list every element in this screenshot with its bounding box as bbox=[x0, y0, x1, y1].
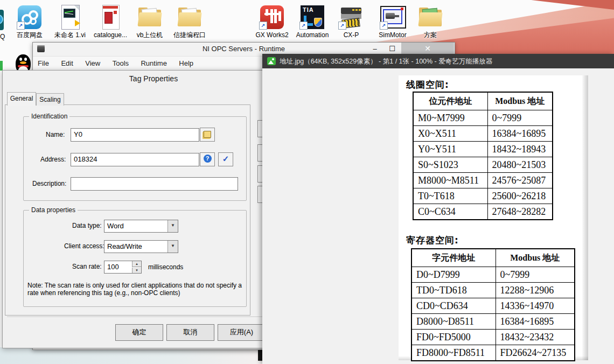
icon-label: 百度网盘 bbox=[17, 32, 43, 39]
description-label: Description: bbox=[32, 180, 66, 187]
table-row: D0~D79990~7999 bbox=[411, 267, 575, 283]
table-row: C0~C63427648~28282 bbox=[413, 204, 553, 220]
tab-general[interactable]: General bbox=[7, 92, 36, 106]
checkmark-icon: ✓ bbox=[222, 154, 229, 163]
data-type-select[interactable]: Word ▼ bbox=[104, 220, 178, 233]
table-row: T0~T61825600~26218 bbox=[413, 188, 553, 204]
viewer-title: 地址.jpg（64KB, 352x529像素） - 第1 / 1张 - 100%… bbox=[280, 57, 492, 66]
menu-edit[interactable]: Edit bbox=[56, 57, 78, 67]
table-row: Y0~Y51118432~18943 bbox=[413, 142, 553, 157]
menu-view[interactable]: View bbox=[80, 57, 105, 67]
partial-icon-glyph bbox=[0, 15, 3, 24]
column-header: Modbus 地址 bbox=[487, 92, 553, 110]
menu-file[interactable]: File bbox=[33, 57, 54, 67]
table-cell: FD8000~FD8511 bbox=[411, 345, 496, 361]
shortcut-arrow-icon: ↗ bbox=[338, 22, 346, 30]
description-input[interactable] bbox=[71, 177, 238, 191]
desktop-icon-labview-vi[interactable]: 未命名 1.vi bbox=[51, 5, 89, 39]
group-label: Identification bbox=[29, 113, 69, 120]
name-label: Name: bbox=[46, 131, 65, 138]
desktop-icon-xinje-folder[interactable]: 信捷编程口 bbox=[170, 5, 209, 39]
table-cell: Y0~Y511 bbox=[413, 142, 487, 157]
column-header: Modbus 地址 bbox=[496, 249, 575, 267]
scan-rate-stepper[interactable]: 100 ▲ ▼ bbox=[104, 261, 142, 274]
desktop-icon-catalogue[interactable]: catalogue... bbox=[91, 5, 130, 39]
desktop-icon-baidu-netdisk[interactable]: ↗ 百度网盘 bbox=[10, 5, 49, 39]
chevron-down-icon[interactable]: ▼ bbox=[168, 241, 178, 253]
address-check-button[interactable]: ✓ bbox=[218, 152, 233, 166]
table-row: FD0~FD500018432~23432 bbox=[411, 330, 575, 345]
folder-green-doc-icon bbox=[417, 5, 443, 30]
table-cell: 24576~25087 bbox=[487, 173, 553, 188]
desktop-icon-vb-folder[interactable]: vb上位机 bbox=[130, 5, 169, 39]
table-cell: D8000~D8511 bbox=[411, 314, 496, 330]
menu-tools[interactable]: Tools bbox=[108, 57, 134, 67]
icon-label: vb上位机 bbox=[137, 32, 163, 39]
table-cell: T0~T618 bbox=[413, 188, 487, 204]
tags-stack-icon bbox=[204, 131, 211, 138]
table-cell: M0~M7999 bbox=[413, 110, 487, 126]
icon-label: CX-P bbox=[344, 32, 359, 39]
shortcut-arrow-icon: ↗ bbox=[17, 22, 25, 30]
column-header: 字元件地址 bbox=[411, 249, 496, 267]
client-access-select[interactable]: Read/Write ▼ bbox=[104, 240, 178, 253]
tab-scaling[interactable]: Scaling bbox=[36, 93, 64, 106]
multi-tag-button[interactable] bbox=[200, 128, 215, 142]
shield-icon bbox=[314, 18, 322, 27]
register-address-table: 字元件地址Modbus 地址D0~D79990~7999TD0~TD618122… bbox=[411, 248, 575, 361]
address-input[interactable]: 018324 bbox=[71, 153, 199, 166]
tag-properties-dialog: Tag Properties General Scaling Identific… bbox=[2, 70, 305, 348]
icon-label: 信捷编程口 bbox=[173, 32, 206, 39]
gx-works2-icon: ↗ bbox=[259, 5, 285, 30]
table-row: CD0~CD63414336~14970 bbox=[411, 298, 575, 314]
desktop-icon-gx-works2[interactable]: ↗ GX Works2 bbox=[253, 5, 291, 39]
spin-up-icon[interactable]: ▲ bbox=[132, 261, 141, 267]
table-cell: 18432~18943 bbox=[487, 142, 553, 157]
table-cell: 14336~14970 bbox=[496, 298, 575, 314]
chevron-down-icon[interactable]: ▼ bbox=[168, 220, 178, 232]
table-cell: 20480~21503 bbox=[487, 157, 553, 173]
register-space-heading: 寄存器空间: bbox=[406, 234, 459, 247]
desktop-icon-tia-automation[interactable]: TIA ↗ Automation bbox=[293, 5, 332, 39]
name-input[interactable]: Y0 bbox=[71, 128, 199, 142]
table-cell: FD0~FD5000 bbox=[411, 330, 496, 345]
table-cell: C0~C634 bbox=[413, 204, 487, 220]
icon-label: SimMotor bbox=[379, 32, 406, 39]
partial-desktop-icon[interactable] bbox=[0, 10, 4, 30]
coil-space-heading: 线圈空间: bbox=[406, 79, 449, 91]
ok-button[interactable]: 确定 bbox=[115, 324, 163, 341]
group-label: Data properties bbox=[29, 206, 78, 214]
shortcut-arrow-icon: ↗ bbox=[299, 22, 308, 30]
partial-desktop-item bbox=[258, 349, 262, 361]
apply-button[interactable]: 应用(A) bbox=[218, 324, 266, 341]
table-cell: 0~7999 bbox=[487, 110, 553, 126]
desktop-icon-simmotor[interactable]: ↗ SimMotor bbox=[373, 5, 412, 39]
spin-down-icon[interactable]: ▼ bbox=[132, 268, 141, 273]
icon-label: GX Works2 bbox=[255, 32, 288, 39]
baidu-netdisk-icon: ↗ bbox=[17, 5, 43, 30]
viewer-titlebar[interactable]: 地址.jpg（64KB, 352x529像素） - 第1 / 1张 - 100%… bbox=[262, 54, 614, 68]
tia-icon-text: TIA bbox=[303, 7, 314, 13]
header-row: 字元件地址Modbus 地址 bbox=[411, 249, 575, 267]
dialog-title: Tag Properties bbox=[3, 71, 304, 86]
shortcut-arrow-icon: ↗ bbox=[380, 22, 388, 30]
tia-portal-icon: TIA ↗ bbox=[299, 5, 325, 30]
desktop-icon-cx-p[interactable]: ↗ CX-P bbox=[332, 5, 371, 39]
client-access-label: Client access: bbox=[64, 242, 104, 250]
cancel-button[interactable]: 取消 bbox=[166, 324, 214, 341]
scan-rate-label: Scan rate: bbox=[72, 263, 102, 270]
address-hints-button[interactable]: ? bbox=[200, 152, 215, 166]
table-cell: 16384~16895 bbox=[487, 126, 553, 142]
scan-rate-unit: milliseconds bbox=[148, 263, 183, 271]
menu-runtime[interactable]: Runtime bbox=[136, 57, 171, 67]
menu-help[interactable]: Help bbox=[174, 57, 198, 67]
icon-label: Automation bbox=[296, 32, 329, 39]
cx-programmer-icon: ↗ bbox=[338, 5, 364, 30]
desktop-icon-fangan-folder[interactable]: 方案 bbox=[411, 5, 450, 39]
divider bbox=[7, 317, 300, 318]
image-viewer-window: 地址.jpg（64KB, 352x529像素） - 第1 / 1张 - 100%… bbox=[262, 54, 614, 364]
table-cell: 0~7999 bbox=[496, 267, 575, 283]
table-row: S0~S102320480~21503 bbox=[413, 157, 553, 173]
folder-icon bbox=[177, 5, 203, 30]
coil-address-table: 位元件地址Modbus 地址M0~M79990~7999X0~X51116384… bbox=[413, 92, 553, 220]
